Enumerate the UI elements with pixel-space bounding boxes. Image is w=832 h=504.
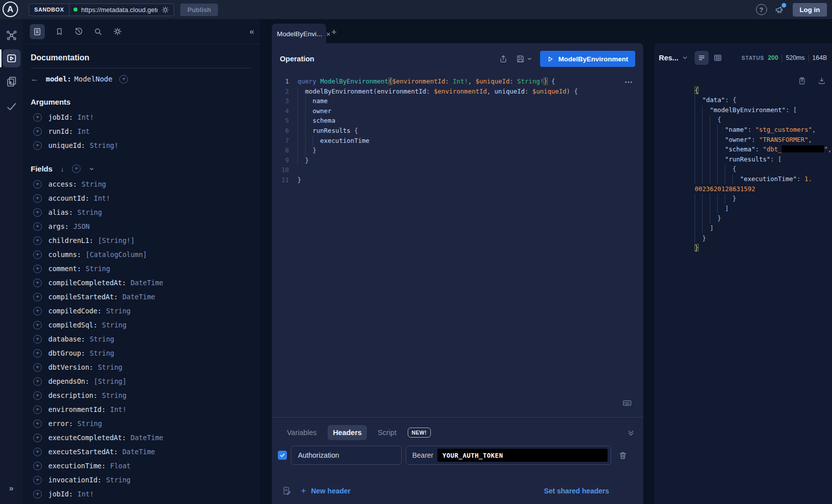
add-field-icon[interactable]: + xyxy=(33,279,42,287)
argument-type[interactable]: Int xyxy=(78,127,90,135)
field-type[interactable]: String xyxy=(106,307,131,315)
collections-nav-icon[interactable] xyxy=(0,75,23,88)
add-field-icon[interactable]: + xyxy=(33,349,42,358)
field-row[interactable]: + accountId Int! xyxy=(31,191,252,205)
field-row[interactable]: + error String xyxy=(31,416,252,431)
field-row[interactable]: + description String xyxy=(31,388,252,402)
run-operation-button[interactable]: ModelByEnvironment xyxy=(540,51,635,67)
field-type[interactable]: DateTime xyxy=(122,293,155,301)
field-type[interactable]: String xyxy=(82,180,106,188)
environment-variables-icon[interactable] xyxy=(282,486,292,496)
add-field-icon[interactable]: + xyxy=(33,377,42,386)
field-type[interactable]: Int! xyxy=(110,405,127,413)
header-value-input[interactable]: Bearer YOUR_AUTH_TOKEN xyxy=(406,446,611,465)
copy-response-icon[interactable] xyxy=(798,76,806,85)
add-field-icon[interactable]: + xyxy=(33,236,42,245)
add-field-icon[interactable]: + xyxy=(33,307,42,315)
history-icon[interactable] xyxy=(74,27,84,36)
endpoint-settings-gear-icon[interactable] xyxy=(161,6,170,14)
add-field-icon[interactable]: + xyxy=(33,419,42,428)
new-tab-icon[interactable]: + xyxy=(331,27,337,38)
settings-gear-icon[interactable] xyxy=(113,27,122,36)
add-all-fields-icon[interactable]: + xyxy=(72,164,81,173)
header-name-input[interactable] xyxy=(291,446,402,465)
save-operation-button[interactable] xyxy=(516,54,532,63)
field-row[interactable]: + alias String xyxy=(31,205,252,219)
add-field-icon[interactable]: + xyxy=(33,434,42,442)
add-field-icon[interactable]: + xyxy=(33,265,42,273)
field-row[interactable]: + executionTime Float xyxy=(31,459,252,473)
more-options-icon[interactable]: ••• xyxy=(625,79,633,85)
download-response-icon[interactable] xyxy=(817,76,826,85)
field-type[interactable]: [CatalogColumn] xyxy=(86,250,147,259)
collapse-panel-icon[interactable]: « xyxy=(250,27,253,37)
field-row[interactable]: + jobId Int! xyxy=(31,487,252,501)
close-tab-icon[interactable]: × xyxy=(326,30,331,38)
field-row[interactable]: + compileStartedAt DateTime xyxy=(31,290,252,304)
add-field-icon[interactable]: + xyxy=(33,321,42,329)
field-row[interactable]: + compiledSql String xyxy=(31,318,252,332)
field-row[interactable]: + args JSON xyxy=(31,219,252,233)
field-row[interactable]: + environmentId Int! xyxy=(31,402,252,416)
sort-fields-icon[interactable]: ↓ xyxy=(60,165,64,173)
header-enabled-checkbox[interactable] xyxy=(278,451,287,460)
field-row[interactable]: + dependsOn [String] xyxy=(31,374,252,388)
panel-divider[interactable] xyxy=(272,417,643,417)
field-type[interactable]: JSON xyxy=(73,222,90,230)
new-header-button[interactable]: + New header xyxy=(301,486,351,496)
table-view-toggle-icon[interactable] xyxy=(713,53,722,62)
argument-row[interactable]: + jobId Int! xyxy=(31,110,252,124)
field-type[interactable]: String xyxy=(106,476,131,484)
auth-token-redacted[interactable]: YOUR_AUTH_TOKEN xyxy=(437,449,608,462)
field-type[interactable]: String xyxy=(78,208,102,216)
field-row[interactable]: + compiledCode String xyxy=(31,304,252,318)
response-dropdown-chevron-icon[interactable] xyxy=(682,55,688,61)
add-field-icon[interactable]: + xyxy=(33,490,42,498)
field-type[interactable]: Float xyxy=(110,462,131,470)
add-field-icon[interactable]: + xyxy=(33,250,42,259)
add-field-icon[interactable]: + xyxy=(33,222,42,231)
add-field-icon[interactable]: + xyxy=(33,405,42,414)
field-type[interactable]: DateTime xyxy=(130,434,163,442)
field-type[interactable]: Int! xyxy=(94,194,110,202)
bottom-tab[interactable]: Headers xyxy=(328,425,366,440)
add-field-icon[interactable]: + xyxy=(33,180,42,189)
field-type[interactable]: String xyxy=(90,349,114,357)
add-field-icon[interactable]: + xyxy=(33,208,42,217)
keyboard-shortcuts-icon[interactable] xyxy=(622,398,632,408)
field-type[interactable]: String xyxy=(102,321,127,329)
field-type[interactable]: [String!] xyxy=(98,236,134,244)
help-icon[interactable]: ? xyxy=(756,4,767,15)
field-row[interactable]: + columns [CatalogColumn] xyxy=(31,247,252,262)
saved-operations-bookmark-icon[interactable] xyxy=(55,27,64,36)
add-field-icon[interactable]: + xyxy=(119,75,128,83)
collapse-bottom-panel-icon[interactable] xyxy=(627,429,635,437)
share-operation-icon[interactable] xyxy=(499,54,508,63)
add-field-icon[interactable]: + xyxy=(33,335,42,344)
field-type[interactable]: DateTime xyxy=(122,448,155,456)
field-row[interactable]: + database String xyxy=(31,332,252,346)
add-field-icon[interactable]: + xyxy=(33,194,42,203)
documentation-tab-icon[interactable] xyxy=(30,24,45,39)
add-field-icon[interactable]: + xyxy=(33,391,42,400)
field-row[interactable]: + executeCompletedAt DateTime xyxy=(31,431,252,445)
bottom-tab[interactable]: Variables xyxy=(282,425,322,440)
explorer-nav-icon[interactable] xyxy=(3,49,21,67)
argument-row[interactable]: + uniqueId String! xyxy=(31,138,252,152)
checks-nav-icon[interactable] xyxy=(0,101,23,112)
login-button[interactable]: Log in xyxy=(793,3,827,17)
field-row[interactable]: + dbtGroup String xyxy=(31,346,252,360)
field-row[interactable]: + access String xyxy=(31,177,252,191)
field-row[interactable]: + dbtVersion String xyxy=(31,360,252,374)
bottom-tab[interactable]: Script xyxy=(373,425,402,440)
set-shared-headers-link[interactable]: Set shared headers xyxy=(544,487,609,495)
endpoint-url[interactable]: https://metadata.cloud.getd xyxy=(81,6,158,14)
query-editor[interactable]: 1 query ModelByEnvironment($environmentI… xyxy=(272,76,643,185)
pretty-view-toggle-icon[interactable] xyxy=(695,51,709,65)
endpoint-url-segment[interactable]: https://metadata.cloud.getd xyxy=(69,4,174,16)
add-argument-icon[interactable]: + xyxy=(33,113,42,122)
field-row[interactable]: + childrenL1 [String!] xyxy=(31,233,252,247)
add-field-icon[interactable]: + xyxy=(33,448,42,456)
field-row[interactable]: + executeStartedAt DateTime xyxy=(31,445,252,459)
field-type[interactable]: [String] xyxy=(94,377,126,385)
